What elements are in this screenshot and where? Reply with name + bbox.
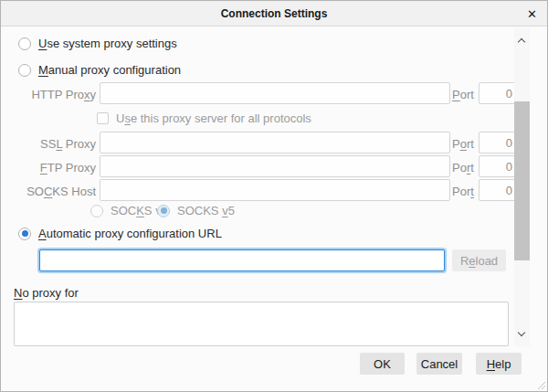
reload-button: Reload — [452, 249, 506, 271]
ssl-proxy-label: SSL Proxy — [1, 137, 96, 151]
option-auto-proxy-label[interactable]: Automatic proxy configuration URL — [38, 227, 222, 240]
close-icon[interactable]: ✕ — [527, 1, 537, 26]
scroll-up-icon[interactable] — [518, 38, 525, 46]
socks-v5-option: SOCKS v5 — [157, 204, 235, 217]
http-proxy-input — [100, 82, 450, 104]
resize-grip-icon[interactable] — [536, 380, 545, 389]
socks-port-label: Port — [452, 185, 476, 198]
option-auto-proxy[interactable]: Automatic proxy configuration URL — [18, 227, 222, 240]
scrollbar-thumb[interactable] — [514, 101, 530, 260]
ftp-proxy-label: FTP Proxy — [1, 161, 96, 175]
option-system-proxy[interactable]: Use system proxy settings — [18, 37, 177, 50]
socks-port-input — [479, 179, 519, 201]
connection-settings-dialog: Connection Settings ✕ Use system proxy s… — [0, 0, 548, 392]
no-proxy-label: No proxy for — [14, 286, 79, 300]
socks-v5-label: SOCKS v5 — [177, 204, 235, 217]
ssl-proxy-input — [100, 132, 450, 154]
dialog-title: Connection Settings — [221, 7, 328, 20]
auto-proxy-url-input[interactable] — [39, 249, 445, 271]
radio-icon[interactable] — [18, 37, 31, 50]
radio-icon — [157, 205, 170, 217]
radio-icon — [90, 205, 103, 217]
ftp-port-label: Port — [452, 161, 476, 175]
titlebar: Connection Settings ✕ — [1, 1, 547, 26]
ssl-port-label: Port — [452, 137, 476, 151]
ok-button[interactable]: OK — [360, 353, 405, 375]
radio-icon[interactable] — [18, 228, 31, 240]
http-proxy-label: HTTP Proxy — [1, 88, 96, 101]
option-manual-proxy-label[interactable]: Manual proxy configuration — [38, 63, 181, 77]
ssl-port-input — [479, 132, 519, 154]
http-port-label: Port — [452, 88, 476, 101]
socks-host-label: SOCKS Host — [1, 185, 96, 198]
checkbox-icon — [97, 112, 109, 124]
option-manual-proxy[interactable]: Manual proxy configuration — [18, 63, 181, 77]
socks-host-input — [100, 179, 450, 201]
ftp-port-input — [479, 155, 519, 177]
help-button[interactable]: Help — [476, 353, 522, 375]
cancel-button[interactable]: Cancel — [416, 353, 462, 375]
ftp-proxy-input — [100, 155, 450, 177]
option-system-proxy-label[interactable]: Use system proxy settings — [38, 37, 177, 50]
all-protocols-option: Use this proxy server for all protocols — [97, 111, 311, 125]
scroll-down-icon[interactable] — [518, 329, 525, 336]
all-protocols-label: Use this proxy server for all protocols — [116, 111, 311, 125]
no-proxy-textarea[interactable] — [14, 302, 509, 346]
scrollbar[interactable] — [514, 28, 530, 346]
http-port-input — [479, 82, 519, 104]
radio-icon[interactable] — [18, 64, 31, 77]
